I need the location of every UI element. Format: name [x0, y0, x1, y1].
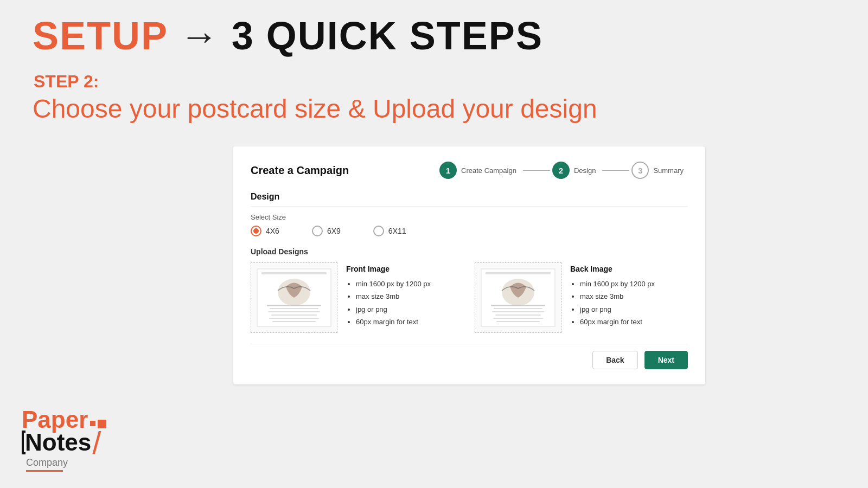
- front-image-title: Front Image: [346, 265, 431, 273]
- step-line-2: [602, 170, 629, 171]
- size-option-6x11[interactable]: 6X11: [373, 226, 406, 236]
- step-subtitle: Choose your postcard size & Upload your …: [33, 94, 835, 124]
- size-label-6x11: 6X11: [388, 227, 406, 235]
- svg-rect-7: [269, 318, 319, 319]
- radio-6x11[interactable]: [373, 226, 384, 236]
- svg-rect-4: [270, 308, 318, 309]
- size-option-6x9[interactable]: 6X9: [312, 226, 341, 236]
- title-arrow: →: [180, 14, 220, 57]
- step-3-number: 3: [638, 166, 642, 175]
- step-line-1: [523, 170, 550, 171]
- step-2-number: 2: [559, 166, 563, 175]
- title-steps: 3 QUICK STEPS: [232, 14, 543, 57]
- back-image-block: Back Image min 1600 px by 1200 px max si…: [475, 262, 688, 333]
- logo-underline: [26, 470, 63, 472]
- back-image-info: Back Image min 1600 px by 1200 px max si…: [570, 262, 655, 329]
- front-postcard-svg: [256, 268, 332, 328]
- back-image-specs: min 1600 px by 1200 px max size 3mb jpg …: [570, 278, 655, 329]
- back-spec-4: 60px margin for text: [580, 316, 655, 328]
- stepper: 1 Create Campaign 2 Design 3 Summary: [439, 162, 688, 179]
- svg-rect-15: [495, 314, 541, 316]
- back-image-title: Back Image: [570, 265, 655, 273]
- back-spec-2: max size 3mb: [580, 290, 655, 303]
- svg-rect-13: [494, 308, 542, 309]
- radio-4x6[interactable]: [251, 226, 261, 236]
- size-label-6x9: 6X9: [327, 227, 341, 235]
- svg-rect-6: [271, 314, 317, 316]
- svg-rect-8: [272, 321, 316, 322]
- step-1-number: 1: [446, 166, 450, 175]
- step-label: STEP 2:: [34, 72, 835, 92]
- back-spec-1: min 1600 px by 1200 px: [580, 278, 655, 290]
- front-spec-1: min 1600 px by 1200 px: [356, 278, 431, 290]
- svg-rect-16: [493, 318, 543, 319]
- main-title: SETUP → 3 QUICK STEPS: [33, 16, 835, 55]
- step-2-circle: 2: [552, 162, 570, 179]
- front-spec-2: max size 3mb: [356, 290, 431, 303]
- step-3-circle: 3: [631, 162, 649, 179]
- back-spec-3: jpg or png: [580, 303, 655, 316]
- size-option-4x6[interactable]: 4X6: [251, 226, 279, 236]
- step-1-circle: 1: [439, 162, 457, 179]
- upload-row: Front Image min 1600 px by 1200 px max s…: [251, 262, 688, 333]
- campaign-card: Create a Campaign 1 Create Campaign 2 De…: [233, 146, 705, 384]
- svg-rect-17: [496, 321, 540, 322]
- back-image-preview[interactable]: [475, 262, 561, 333]
- svg-rect-14: [492, 311, 544, 312]
- title-setup: SETUP: [33, 14, 168, 57]
- logo-notes: Notes: [25, 431, 91, 454]
- front-image-specs: min 1600 px by 1200 px max size 3mb jpg …: [346, 278, 431, 329]
- logo-paper: Paper: [22, 408, 88, 432]
- step-2-label: Design: [574, 166, 596, 175]
- logo-company: Company: [26, 457, 68, 468]
- front-image-info: Front Image min 1600 px by 1200 px max s…: [346, 262, 431, 329]
- back-button[interactable]: Back: [592, 351, 637, 369]
- back-postcard-svg: [480, 268, 556, 328]
- select-size-label: Select Size: [251, 213, 688, 221]
- svg-rect-12: [491, 305, 545, 306]
- next-button[interactable]: Next: [644, 351, 688, 369]
- svg-rect-10: [486, 272, 551, 274]
- front-spec-3: jpg or png: [356, 303, 431, 316]
- radio-6x9[interactable]: [312, 226, 323, 236]
- radio-inner-4x6: [253, 228, 259, 234]
- card-header: Create a Campaign 1 Create Campaign 2 De…: [251, 162, 688, 179]
- size-label-4x6: 4X6: [266, 227, 279, 235]
- front-spec-4: 60px margin for text: [356, 316, 431, 328]
- front-image-preview[interactable]: [251, 262, 337, 333]
- logo-slash: /: [92, 429, 101, 456]
- svg-rect-1: [261, 272, 327, 274]
- logo-area: Paper Notes / Company: [22, 408, 106, 472]
- design-section-title: Design: [251, 192, 688, 207]
- step-1-label: Create Campaign: [461, 166, 516, 175]
- svg-rect-3: [267, 305, 321, 306]
- upload-designs-label: Upload Designs: [251, 247, 688, 256]
- card-title: Create a Campaign: [251, 164, 349, 177]
- page-header: SETUP → 3 QUICK STEPS STEP 2: Choose you…: [0, 0, 868, 129]
- size-options: 4X6 6X9 6X11: [251, 226, 688, 236]
- card-footer: Back Next: [251, 344, 688, 369]
- front-image-block: Front Image min 1600 px by 1200 px max s…: [251, 262, 464, 333]
- svg-rect-5: [268, 311, 320, 312]
- step-3-label: Summary: [653, 166, 684, 175]
